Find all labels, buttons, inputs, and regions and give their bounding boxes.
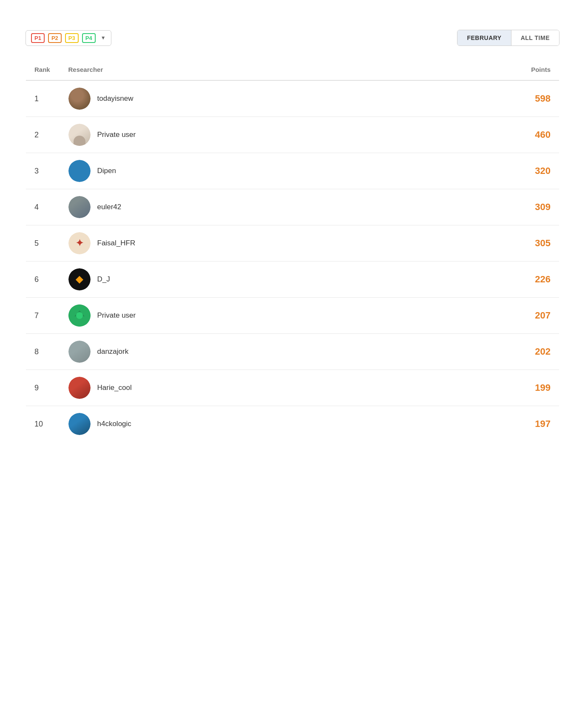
researcher-cell: Private user <box>60 298 408 334</box>
rank-cell: 2 <box>26 117 60 153</box>
table-row: 9 Harie_cool 199 <box>26 370 559 406</box>
avatar <box>68 413 91 435</box>
priority-badge-p4[interactable]: P4 <box>82 33 96 43</box>
researcher-name: euler42 <box>97 203 122 211</box>
researcher-cell: danzajork <box>60 334 408 370</box>
researcher-name: D_J <box>97 275 110 284</box>
rank-cell: 5 <box>26 225 60 262</box>
table-header-row: Rank Researcher Points <box>26 59 559 81</box>
researcher-cell: euler42 <box>60 189 408 225</box>
rank-cell: 6 <box>26 262 60 298</box>
all-time-button[interactable]: ALL TIME <box>511 30 559 46</box>
avatar <box>68 88 91 110</box>
points-cell: 202 <box>408 334 559 370</box>
rank-cell: 3 <box>26 153 60 189</box>
avatar <box>68 341 91 363</box>
points-cell: 207 <box>408 298 559 334</box>
rank-cell: 7 <box>26 298 60 334</box>
researcher-cell: Dipen <box>60 153 408 189</box>
table-row: 8 danzajork 202 <box>26 334 559 370</box>
svg-point-1 <box>76 312 83 319</box>
rank-cell: 1 <box>26 80 60 117</box>
researcher-name: h4ckologic <box>97 420 131 428</box>
points-cell: 199 <box>408 370 559 406</box>
points-cell: 598 <box>408 80 559 117</box>
researcher-name: danzajork <box>97 347 129 356</box>
researcher-cell: Private user <box>60 117 408 153</box>
time-filter: FEBRUARY ALL TIME <box>457 30 559 46</box>
february-button[interactable]: FEBRUARY <box>457 30 511 46</box>
researcher-name: todayisnew <box>97 94 133 103</box>
points-cell: 305 <box>408 225 559 262</box>
table-row: 5 ✦ Faisal_HFR 305 <box>26 225 559 262</box>
rank-cell: 10 <box>26 406 60 442</box>
researcher-name: Private user <box>97 131 136 139</box>
avatar <box>68 124 91 146</box>
points-header: Points <box>408 59 559 81</box>
researcher-cell: Harie_cool <box>60 370 408 406</box>
points-cell: 460 <box>408 117 559 153</box>
researcher-name: Dipen <box>97 167 116 175</box>
avatar <box>68 196 91 218</box>
rank-cell: 9 <box>26 370 60 406</box>
controls-row: P1 P2 P3 P4 ▼ FEBRUARY ALL TIME <box>26 30 559 46</box>
avatar <box>68 160 91 182</box>
researcher-name: Private user <box>97 311 136 320</box>
rank-header: Rank <box>26 59 60 81</box>
points-cell: 226 <box>408 262 559 298</box>
researcher-cell: h4ckologic <box>60 406 408 442</box>
priority-badge-p3[interactable]: P3 <box>65 33 79 43</box>
points-cell: 197 <box>408 406 559 442</box>
rank-cell: 4 <box>26 189 60 225</box>
avatar: ✦ <box>68 232 91 254</box>
rank-cell: 8 <box>26 334 60 370</box>
researcher-name: Faisal_HFR <box>97 239 136 247</box>
table-row: 6 ◆ D_J 226 <box>26 262 559 298</box>
priority-filter[interactable]: P1 P2 P3 P4 ▼ <box>26 30 111 46</box>
researcher-header: Researcher <box>60 59 408 81</box>
table-row: 4 euler42 309 <box>26 189 559 225</box>
priority-badge-p2[interactable]: P2 <box>48 33 62 43</box>
priority-badge-p1[interactable]: P1 <box>31 33 45 43</box>
researcher-cell: todayisnew <box>60 80 408 117</box>
avatar: ◆ <box>68 268 91 290</box>
avatar <box>68 377 91 399</box>
points-cell: 320 <box>408 153 559 189</box>
avatar <box>68 304 91 327</box>
table-row: 10 h4ckologic 197 <box>26 406 559 442</box>
leaderboard-table: Rank Researcher Points 1 todayisnew 598 … <box>26 59 559 442</box>
table-row: 1 todayisnew 598 <box>26 80 559 117</box>
table-row: 2 Private user 460 <box>26 117 559 153</box>
researcher-cell: ◆ D_J <box>60 262 408 298</box>
dropdown-arrow-icon[interactable]: ▼ <box>101 35 106 41</box>
researcher-cell: ✦ Faisal_HFR <box>60 225 408 262</box>
researcher-name: Harie_cool <box>97 384 132 392</box>
table-row: 3 Dipen 320 <box>26 153 559 189</box>
table-row: 7 Private user 207 <box>26 298 559 334</box>
points-cell: 309 <box>408 189 559 225</box>
